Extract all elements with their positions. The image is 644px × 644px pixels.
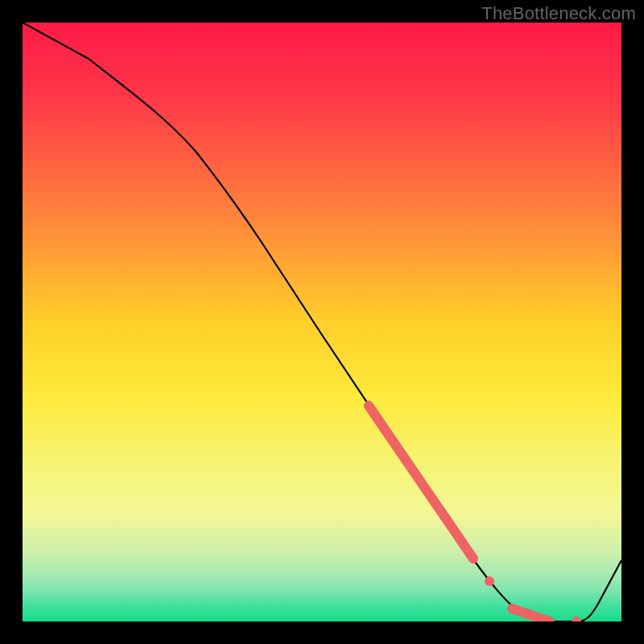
plot-area	[23, 23, 621, 621]
highlight-dot-1	[485, 576, 494, 586]
chart-frame: TheBottleneck.com	[0, 0, 644, 644]
plot-background	[23, 23, 621, 621]
watermark-label: TheBottleneck.com	[481, 3, 636, 24]
chart-svg	[23, 23, 621, 621]
